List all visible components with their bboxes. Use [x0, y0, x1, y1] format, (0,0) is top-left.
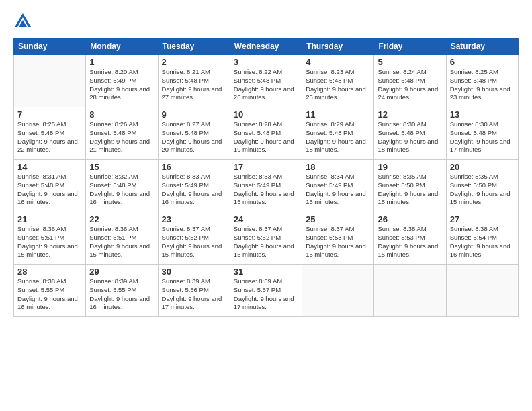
- calendar-cell: 8Sunrise: 8:26 AM Sunset: 5:48 PM Daylig…: [86, 107, 158, 160]
- day-info: Sunrise: 8:35 AM Sunset: 5:50 PM Dayligh…: [450, 173, 515, 207]
- day-number: 7: [17, 109, 82, 120]
- day-info: Sunrise: 8:33 AM Sunset: 5:49 PM Dayligh…: [234, 173, 298, 207]
- calendar-header-thursday: Thursday: [302, 38, 374, 55]
- calendar-cell: 9Sunrise: 8:27 AM Sunset: 5:48 PM Daylig…: [158, 107, 230, 160]
- day-number: 10: [234, 109, 298, 120]
- day-number: 22: [89, 214, 154, 224]
- calendar-cell: 17Sunrise: 8:33 AM Sunset: 5:49 PM Dayli…: [230, 160, 302, 212]
- day-info: Sunrise: 8:28 AM Sunset: 5:48 PM Dayligh…: [234, 120, 298, 154]
- day-info: Sunrise: 8:24 AM Sunset: 5:48 PM Dayligh…: [378, 68, 442, 102]
- day-number: 17: [234, 162, 298, 172]
- calendar-cell: 13Sunrise: 8:30 AM Sunset: 5:48 PM Dayli…: [446, 107, 518, 160]
- day-number: 30: [162, 267, 226, 277]
- calendar-cell: 4Sunrise: 8:23 AM Sunset: 5:48 PM Daylig…: [302, 55, 374, 107]
- day-info: Sunrise: 8:37 AM Sunset: 5:53 PM Dayligh…: [306, 225, 370, 259]
- calendar-cell: 11Sunrise: 8:29 AM Sunset: 5:48 PM Dayli…: [302, 107, 374, 160]
- calendar-cell: 12Sunrise: 8:30 AM Sunset: 5:48 PM Dayli…: [374, 107, 446, 160]
- calendar-cell: [14, 55, 86, 107]
- day-info: Sunrise: 8:39 AM Sunset: 5:56 PM Dayligh…: [162, 277, 226, 312]
- day-number: 24: [234, 214, 298, 224]
- calendar-cell: 27Sunrise: 8:38 AM Sunset: 5:54 PM Dayli…: [446, 212, 518, 265]
- calendar-cell: [446, 265, 518, 317]
- day-number: 5: [378, 57, 442, 67]
- day-info: Sunrise: 8:32 AM Sunset: 5:48 PM Dayligh…: [89, 173, 154, 207]
- day-info: Sunrise: 8:38 AM Sunset: 5:55 PM Dayligh…: [17, 277, 82, 312]
- day-number: 18: [306, 162, 370, 172]
- day-number: 29: [89, 267, 154, 277]
- day-number: 4: [306, 57, 370, 67]
- day-number: 12: [378, 109, 442, 120]
- day-info: Sunrise: 8:27 AM Sunset: 5:48 PM Dayligh…: [162, 120, 226, 154]
- day-number: 13: [450, 109, 515, 120]
- day-number: 14: [17, 162, 82, 172]
- calendar-cell: 6Sunrise: 8:25 AM Sunset: 5:48 PM Daylig…: [446, 55, 518, 107]
- calendar-cell: [374, 265, 446, 317]
- day-number: 19: [378, 162, 442, 172]
- calendar-cell: 21Sunrise: 8:36 AM Sunset: 5:51 PM Dayli…: [14, 212, 86, 265]
- calendar-cell: 18Sunrise: 8:34 AM Sunset: 5:49 PM Dayli…: [302, 160, 374, 212]
- calendar-cell: 19Sunrise: 8:35 AM Sunset: 5:50 PM Dayli…: [374, 160, 446, 212]
- logo-icon: [13, 12, 32, 31]
- calendar-cell: 29Sunrise: 8:39 AM Sunset: 5:55 PM Dayli…: [86, 265, 158, 317]
- day-number: 25: [306, 214, 370, 224]
- day-number: 1: [89, 57, 154, 67]
- calendar-week-row: 28Sunrise: 8:38 AM Sunset: 5:55 PM Dayli…: [14, 265, 519, 317]
- logo: [13, 12, 35, 31]
- calendar-week-row: 7Sunrise: 8:25 AM Sunset: 5:48 PM Daylig…: [14, 107, 519, 160]
- day-number: 11: [306, 109, 370, 120]
- calendar-cell: [302, 265, 374, 317]
- calendar-cell: 14Sunrise: 8:31 AM Sunset: 5:48 PM Dayli…: [14, 160, 86, 212]
- day-number: 26: [378, 214, 442, 224]
- day-info: Sunrise: 8:31 AM Sunset: 5:48 PM Dayligh…: [17, 173, 82, 207]
- calendar-header-sunday: Sunday: [14, 38, 86, 55]
- calendar-cell: 3Sunrise: 8:22 AM Sunset: 5:48 PM Daylig…: [230, 55, 302, 107]
- day-number: 23: [162, 214, 226, 224]
- day-info: Sunrise: 8:22 AM Sunset: 5:48 PM Dayligh…: [234, 68, 298, 102]
- day-info: Sunrise: 8:25 AM Sunset: 5:48 PM Dayligh…: [450, 68, 515, 102]
- header: [13, 12, 519, 31]
- day-number: 6: [450, 57, 515, 67]
- day-number: 28: [17, 267, 82, 277]
- day-info: Sunrise: 8:33 AM Sunset: 5:49 PM Dayligh…: [162, 173, 226, 207]
- day-info: Sunrise: 8:34 AM Sunset: 5:49 PM Dayligh…: [306, 173, 370, 207]
- calendar-header-monday: Monday: [86, 38, 158, 55]
- calendar-header-tuesday: Tuesday: [158, 38, 230, 55]
- day-number: 16: [162, 162, 226, 172]
- day-info: Sunrise: 8:25 AM Sunset: 5:48 PM Dayligh…: [17, 120, 82, 154]
- day-number: 20: [450, 162, 515, 172]
- day-info: Sunrise: 8:29 AM Sunset: 5:48 PM Dayligh…: [306, 120, 370, 154]
- day-info: Sunrise: 8:38 AM Sunset: 5:53 PM Dayligh…: [378, 225, 442, 259]
- calendar-cell: 5Sunrise: 8:24 AM Sunset: 5:48 PM Daylig…: [374, 55, 446, 107]
- page: SundayMondayTuesdayWednesdayThursdayFrid…: [0, 0, 532, 411]
- day-info: Sunrise: 8:23 AM Sunset: 5:48 PM Dayligh…: [306, 68, 370, 102]
- day-info: Sunrise: 8:30 AM Sunset: 5:48 PM Dayligh…: [450, 120, 515, 154]
- day-info: Sunrise: 8:39 AM Sunset: 5:57 PM Dayligh…: [234, 277, 298, 312]
- day-number: 3: [234, 57, 298, 67]
- calendar-week-row: 14Sunrise: 8:31 AM Sunset: 5:48 PM Dayli…: [14, 160, 519, 212]
- day-number: 21: [17, 214, 82, 224]
- calendar-cell: 22Sunrise: 8:36 AM Sunset: 5:51 PM Dayli…: [86, 212, 158, 265]
- day-info: Sunrise: 8:38 AM Sunset: 5:54 PM Dayligh…: [450, 225, 515, 259]
- calendar-week-row: 1Sunrise: 8:20 AM Sunset: 5:49 PM Daylig…: [14, 55, 519, 107]
- calendar-cell: 28Sunrise: 8:38 AM Sunset: 5:55 PM Dayli…: [14, 265, 86, 317]
- day-info: Sunrise: 8:36 AM Sunset: 5:51 PM Dayligh…: [17, 225, 82, 259]
- calendar-cell: 25Sunrise: 8:37 AM Sunset: 5:53 PM Dayli…: [302, 212, 374, 265]
- day-info: Sunrise: 8:26 AM Sunset: 5:48 PM Dayligh…: [89, 120, 154, 154]
- calendar-header-row: SundayMondayTuesdayWednesdayThursdayFrid…: [14, 38, 519, 55]
- day-info: Sunrise: 8:35 AM Sunset: 5:50 PM Dayligh…: [378, 173, 442, 207]
- day-info: Sunrise: 8:21 AM Sunset: 5:48 PM Dayligh…: [162, 68, 226, 102]
- calendar-cell: 31Sunrise: 8:39 AM Sunset: 5:57 PM Dayli…: [230, 265, 302, 317]
- calendar-cell: 30Sunrise: 8:39 AM Sunset: 5:56 PM Dayli…: [158, 265, 230, 317]
- day-number: 27: [450, 214, 515, 224]
- calendar-table: SundayMondayTuesdayWednesdayThursdayFrid…: [13, 38, 519, 317]
- day-number: 31: [234, 267, 298, 277]
- calendar-cell: 2Sunrise: 8:21 AM Sunset: 5:48 PM Daylig…: [158, 55, 230, 107]
- day-number: 9: [162, 109, 226, 120]
- calendar-cell: 26Sunrise: 8:38 AM Sunset: 5:53 PM Dayli…: [374, 212, 446, 265]
- day-info: Sunrise: 8:37 AM Sunset: 5:52 PM Dayligh…: [162, 225, 226, 259]
- calendar-header-saturday: Saturday: [446, 38, 518, 55]
- day-number: 15: [89, 162, 154, 172]
- calendar-cell: 1Sunrise: 8:20 AM Sunset: 5:49 PM Daylig…: [86, 55, 158, 107]
- calendar-cell: 20Sunrise: 8:35 AM Sunset: 5:50 PM Dayli…: [446, 160, 518, 212]
- day-info: Sunrise: 8:39 AM Sunset: 5:55 PM Dayligh…: [89, 277, 154, 312]
